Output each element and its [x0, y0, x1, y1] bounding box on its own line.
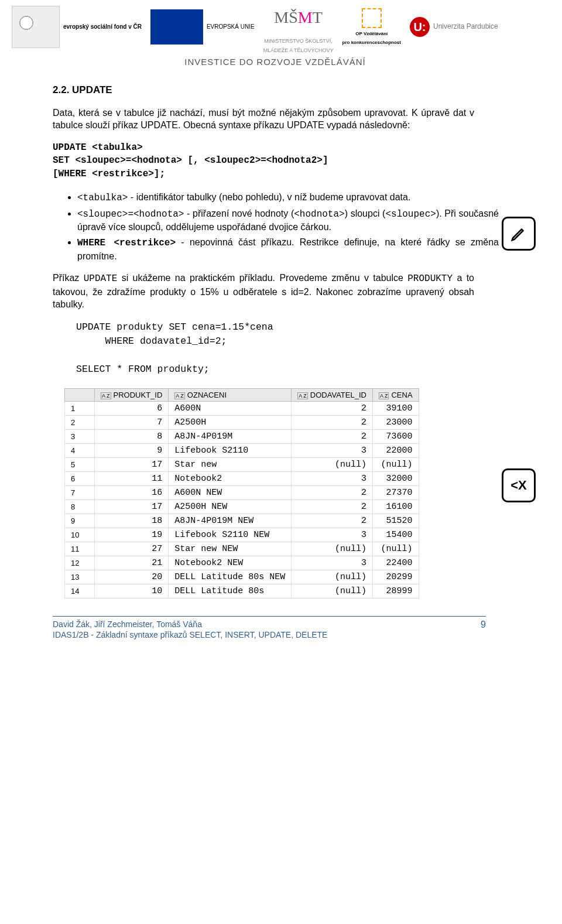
b2-h: <hodnota>: [294, 209, 344, 220]
b3-pre: WHERE <restrikce>: [77, 238, 176, 248]
b2-s: <sloupec>: [385, 209, 436, 220]
bullet-2: <sloupec>=<hodnota> - přiřazení nové hod…: [77, 207, 499, 234]
cell-pid: 9: [95, 443, 169, 457]
cell-rownum: 13: [65, 570, 95, 584]
cell-cena: 73600: [372, 429, 419, 443]
op-t2: pro konkurenceschopnost: [342, 40, 401, 46]
cell-rownum: 7: [65, 485, 95, 499]
table-header-row: A ZPRODUKT_ID A ZOZNACENI A ZDODAVATEL_I…: [65, 388, 419, 401]
table-row: 49Lifebook S2110322000: [65, 443, 419, 457]
cell-oznaceni: DELL Latitude 80s: [169, 584, 292, 598]
eu-flag-icon: [150, 9, 203, 45]
table-row: 1410DELL Latitude 80s(null)28999: [65, 584, 419, 598]
th-produkt-id: A ZPRODUKT_ID: [95, 388, 169, 401]
esf-logo-block: evropský sociální fond v ČR: [12, 6, 142, 48]
b1-pre: <tabulka>: [77, 193, 128, 203]
table-row: 1127Star new NEW(null)(null): [65, 542, 419, 556]
cell-oznaceni: DELL Latitude 80s NEW: [169, 570, 292, 584]
univerzita-block: U: Univerzita Pardubice: [410, 17, 498, 37]
cell-rownum: 4: [65, 443, 95, 457]
bullet-3: WHERE <restrikce> - nepovinná část příka…: [77, 236, 499, 262]
cell-rownum: 10: [65, 528, 95, 542]
msmt-logo-icon: MŠMT: [281, 0, 316, 35]
cell-oznaceni: A8JN-4P019M NEW: [169, 514, 292, 528]
p2a: Příkaz: [53, 273, 84, 283]
cell-oznaceni: A600N NEW: [169, 485, 292, 499]
cell-oznaceni: Star new NEW: [169, 542, 292, 556]
cell-did: (null): [292, 457, 373, 471]
p2c2: PRODUKTY: [407, 273, 453, 284]
table-row: 716A600N NEW227370: [65, 485, 419, 499]
th-cena: A ZCENA: [372, 388, 419, 401]
table-row: 1221Notebook2 NEW322400: [65, 556, 419, 570]
footer: David Žák, Jiří Zechmeister, Tomáš Váňa …: [53, 616, 486, 640]
table-row: 16A600N239100: [65, 401, 419, 415]
table-row: 1320DELL Latitude 80s NEW(null)20299: [65, 570, 419, 584]
cell-cena: 32000: [372, 471, 419, 485]
cell-cena: (null): [372, 457, 419, 471]
cell-did: 2: [292, 415, 373, 429]
univerzita-text: Univerzita Pardubice: [433, 23, 498, 30]
cell-did: 2: [292, 499, 373, 514]
cell-cena: 28999: [372, 584, 419, 598]
cell-oznaceni: Notebook2 NEW: [169, 556, 292, 570]
cell-did: (null): [292, 584, 373, 598]
cell-pid: 11: [95, 471, 169, 485]
footer-authors: David Žák, Jiří Zechmeister, Tomáš Váňa: [53, 619, 327, 629]
cell-did: (null): [292, 542, 373, 556]
code-example-icon: <X: [502, 468, 536, 502]
cell-rownum: 2: [65, 415, 95, 429]
cell-oznaceni: Lifebook S2110 NEW: [169, 528, 292, 542]
table-row: 27A2500H223000: [65, 415, 419, 429]
cell-cena: 51520: [372, 514, 419, 528]
cell-oznaceni: A2500H: [169, 415, 292, 429]
table-row: 517Star new(null)(null): [65, 457, 419, 471]
esf-text: evropský sociální fond v ČR: [63, 23, 142, 30]
cell-cena: 22000: [372, 443, 419, 457]
cell-did: 3: [292, 556, 373, 570]
b1-txt: - identifikátor tabulky (nebo pohledu), …: [128, 192, 410, 202]
msmt-t1: MINISTERSTVO ŠKOLSTVÍ,: [264, 39, 333, 45]
tagline: INVESTICE DO ROZVOJE VZDĚLÁVÁNÍ: [12, 57, 539, 67]
cell-rownum: 5: [65, 457, 95, 471]
cell-did: 2: [292, 401, 373, 415]
msmt-logo-block: MŠMT MINISTERSTVO ŠKOLSTVÍ, MLÁDEŽE A TĚ…: [263, 0, 334, 54]
cell-pid: 20: [95, 570, 169, 584]
b2-pre: <sloupec>=<hodnota>: [77, 209, 184, 220]
cell-pid: 17: [95, 499, 169, 514]
table-row: 1019Lifebook S2110 NEW315400: [65, 528, 419, 542]
cell-oznaceni: A600N: [169, 401, 292, 415]
pencil-icon: [502, 217, 536, 251]
cell-rownum: 1: [65, 401, 95, 415]
cell-oznaceni: Star new: [169, 457, 292, 471]
msmt-t2: MLÁDEŽE A TĚLOVÝCHOVY: [263, 48, 334, 54]
op-box-icon: [362, 8, 382, 28]
header-logos: evropský sociální fond v ČR EVROPSKÁ UNI…: [12, 0, 539, 54]
cell-oznaceni: A8JN-4P019M: [169, 429, 292, 443]
op-logo-block: OP Vzdělávání pro konkurenceschopnost: [342, 8, 401, 46]
b2-m2: ) sloupci (: [345, 208, 386, 218]
cell-pid: 10: [95, 584, 169, 598]
intro-paragraph: Data, která se v tabulce již nachází, mu…: [53, 107, 474, 132]
cell-did: 3: [292, 471, 373, 485]
cell-cena: (null): [372, 542, 419, 556]
eu-text: EVROPSKÁ UNIE: [207, 23, 255, 30]
cell-rownum: 8: [65, 499, 95, 514]
th-oznaceni: A ZOZNACENI: [169, 388, 292, 401]
cell-pid: 21: [95, 556, 169, 570]
cell-did: (null): [292, 570, 373, 584]
cell-pid: 6: [95, 401, 169, 415]
eu-logo-block: EVROPSKÁ UNIE: [150, 9, 255, 45]
cell-rownum: 9: [65, 514, 95, 528]
section-title: 2.2. UPDATE: [53, 84, 539, 96]
footer-course: IDAS1/2B - Základní syntaxe příkazů SELE…: [53, 629, 327, 640]
page-number: 9: [481, 619, 486, 640]
cell-rownum: 12: [65, 556, 95, 570]
cell-pid: 16: [95, 485, 169, 499]
sql-example: UPDATE produkty SET cena=1.15*cena WHERE…: [76, 320, 539, 377]
cell-did: 2: [292, 514, 373, 528]
cell-cena: 23000: [372, 415, 419, 429]
cell-cena: 27370: [372, 485, 419, 499]
cell-oznaceni: A2500H NEW: [169, 499, 292, 514]
b2-m: - přiřazení nové hodnoty (: [184, 208, 294, 218]
